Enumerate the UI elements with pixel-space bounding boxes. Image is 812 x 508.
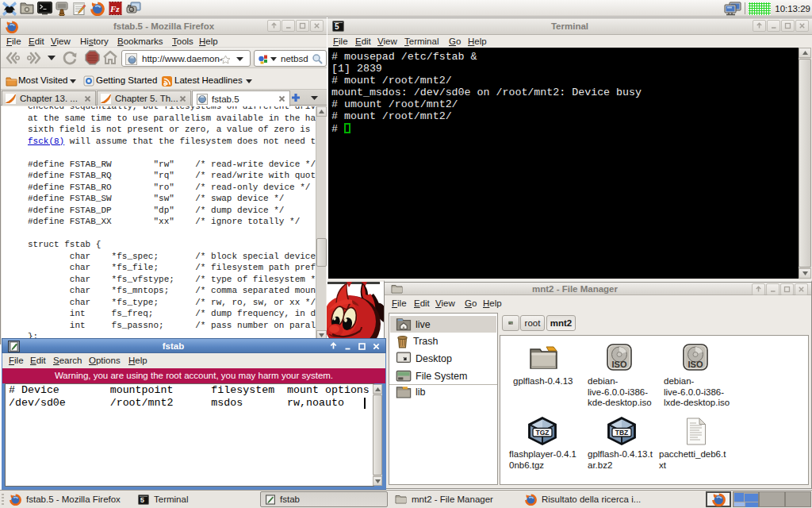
svg-text:ISO: ISO — [688, 360, 703, 369]
svg-text:5: 5 — [140, 496, 144, 504]
svg-text:TGZ: TGZ — [536, 429, 550, 437]
svg-text:TBZ: TBZ — [615, 429, 629, 437]
svg-text:ISO: ISO — [612, 360, 627, 369]
svg-text:Fz: Fz — [109, 4, 120, 13]
